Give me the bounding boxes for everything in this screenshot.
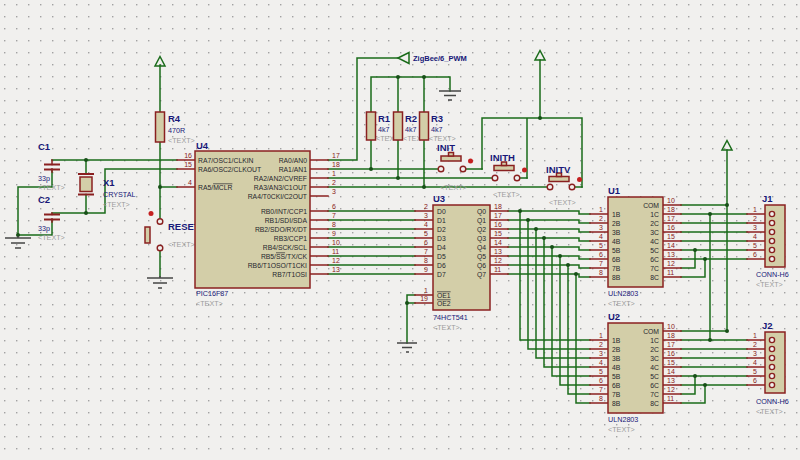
- pin-number: 1: [599, 332, 603, 339]
- pin-number: 15: [494, 230, 502, 237]
- junction-dot: [725, 203, 729, 207]
- junction-dot: [422, 185, 426, 189]
- pin-name: D6: [437, 262, 446, 269]
- pin-name: RA5/MCLR: [198, 184, 232, 191]
- pin-name: 1B: [612, 337, 621, 344]
- component-text-placeholder: <TEXT>: [756, 407, 783, 416]
- component-text-placeholder: <TEXT>: [38, 183, 65, 192]
- pin-number: 1: [753, 332, 757, 339]
- pin-number: 5: [753, 242, 757, 249]
- pin-name: 8C: [650, 400, 659, 407]
- pin-name: RA3/AN3/C1OUT: [254, 184, 307, 191]
- button-contact: [569, 184, 575, 190]
- pin-name: 1B: [612, 211, 621, 218]
- pin-number: 10: [332, 239, 340, 246]
- pin-name: 6C: [650, 382, 659, 389]
- pin-name: D0: [437, 208, 446, 215]
- pin-name: RB3/CCP1: [274, 235, 307, 242]
- junction-dot: [542, 236, 546, 240]
- component-value: 4k7: [431, 125, 443, 134]
- pin-number: 11: [667, 395, 674, 402]
- connector-pin: [769, 247, 774, 252]
- pin-number: 17: [667, 215, 675, 222]
- pin-number: 3: [599, 350, 603, 357]
- pin-number: 2: [332, 179, 336, 186]
- connector-pin: [769, 211, 774, 216]
- connector-pin: [769, 346, 774, 351]
- pin-name: 3C: [650, 355, 659, 362]
- pin-number: 3: [332, 188, 336, 195]
- pin-number: 1: [599, 206, 603, 213]
- pin-name: 6B: [612, 382, 621, 389]
- component-ref: J2: [762, 320, 773, 331]
- pin-name: 7B: [612, 265, 621, 272]
- pin-number: 12: [667, 386, 675, 393]
- resistor-icon: [156, 112, 165, 142]
- component-text-placeholder: <TEXT>: [168, 136, 195, 145]
- component-ref: C1: [38, 141, 51, 152]
- component-ref: R1: [378, 113, 391, 124]
- pin-number: 14: [667, 368, 675, 375]
- pin-name: 5C: [650, 373, 659, 380]
- pin-number: 9: [424, 266, 428, 273]
- pin-name: Q7: [477, 271, 486, 279]
- connector-pin: [769, 229, 774, 234]
- pin-name: 7C: [650, 265, 659, 272]
- pin-number: 14: [494, 239, 502, 246]
- pin-number: 4: [599, 233, 603, 240]
- pin-number: 13: [667, 377, 675, 384]
- pin-number: 2: [599, 341, 603, 348]
- terminal-label: ZigBee/6_PWM: [413, 54, 467, 63]
- junction-dot: [405, 301, 409, 305]
- schematic-canvas[interactable]: C1 33p <TEXT> C2 33p <TEXT> X1 CRYSTAL <…: [0, 0, 800, 460]
- component-value: 4k7: [405, 125, 417, 134]
- component-text-placeholder: <TEXT>: [493, 190, 520, 199]
- component-ref: R4: [168, 113, 181, 124]
- pin-number: 2: [753, 341, 757, 348]
- pin-name: 1C: [650, 337, 659, 344]
- junction-dot: [703, 383, 707, 387]
- pin-name: 3C: [650, 229, 659, 236]
- component-text-placeholder: <TEXT>: [103, 200, 130, 209]
- pin-number: 2: [424, 203, 428, 210]
- connector-pin: [769, 355, 774, 360]
- pin-name: 3B: [612, 229, 621, 236]
- button-contact: [157, 245, 163, 251]
- pin-name: RB4/SCK/SCL: [263, 244, 307, 251]
- pin-name: RA6/OSC2/CLKOUT: [198, 166, 261, 173]
- pin-number: 3: [599, 224, 603, 231]
- pin-name: Q5: [477, 253, 486, 261]
- connector-pin: [769, 373, 774, 378]
- pin-name: Q0: [477, 208, 486, 216]
- pin-name: COM: [643, 202, 659, 209]
- pin-name: 8C: [650, 274, 659, 281]
- pin-name: Q4: [477, 244, 486, 252]
- pin-number: 10: [667, 323, 675, 330]
- junction-dot: [84, 211, 88, 215]
- junction-dot: [538, 116, 542, 120]
- button-contact: [514, 175, 520, 181]
- pin-number: 18: [332, 161, 340, 168]
- pin-number: 11: [332, 248, 339, 255]
- junction-dot: [558, 254, 562, 258]
- junction-dot: [566, 263, 570, 267]
- pin-number: 1: [424, 287, 428, 294]
- junction-dot: [158, 185, 162, 189]
- pin-name: Q2: [477, 226, 486, 234]
- pin-name: D7: [437, 271, 446, 278]
- component-ref: R3: [431, 113, 443, 124]
- pin-number: 8: [599, 269, 603, 276]
- junction-dot: [550, 245, 554, 249]
- component-value: 74HCT541: [433, 313, 468, 322]
- pin-number: 18: [667, 206, 675, 213]
- component-text-placeholder: <TEXT>: [38, 233, 65, 242]
- pin-name: 5C: [650, 247, 659, 254]
- component-ref: INITH: [490, 152, 515, 163]
- pin-number: 5: [599, 242, 603, 249]
- zigbee-output-terminal[interactable]: ZigBee/6_PWM: [398, 53, 467, 64]
- pin-name: D4: [437, 244, 446, 251]
- pin-name: 4C: [650, 238, 659, 245]
- component-value: CRYSTAL: [103, 190, 136, 199]
- pin-name: D2: [437, 226, 446, 233]
- pin-number: 5: [753, 368, 757, 375]
